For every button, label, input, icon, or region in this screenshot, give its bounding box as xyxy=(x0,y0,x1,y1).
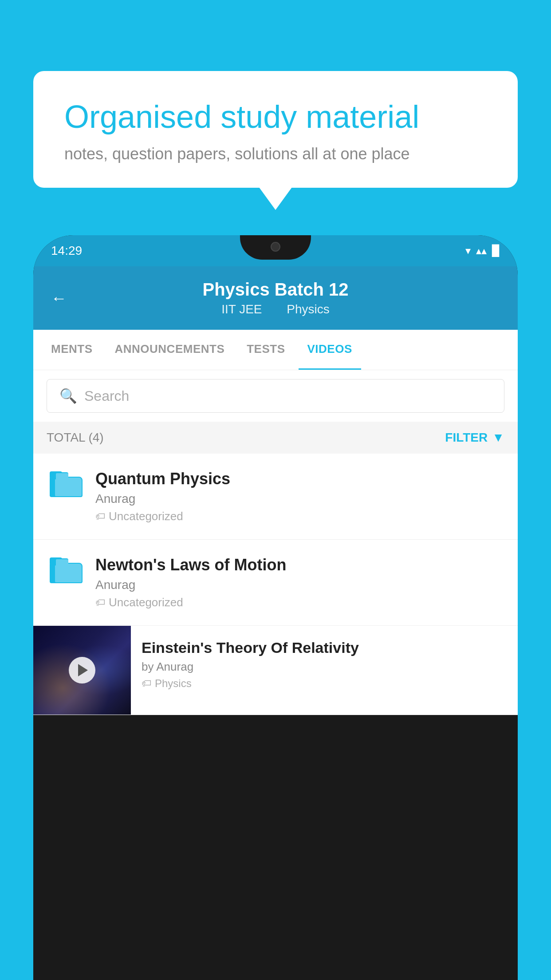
tag-icon: 🏷 xyxy=(142,678,151,689)
item-author: Anurag xyxy=(95,578,504,592)
folder-icon-wrap xyxy=(47,557,82,583)
play-icon xyxy=(78,664,88,676)
video-tag: 🏷 Physics xyxy=(142,677,507,690)
search-bar[interactable]: 🔍 Search xyxy=(47,379,504,413)
tab-ments[interactable]: MENTS xyxy=(42,330,102,370)
signal-icon: ▴▴ xyxy=(476,245,487,257)
hero-card: Organised study material notes, question… xyxy=(33,71,518,188)
list-item-video[interactable]: Einstein's Theory Of Relativity by Anura… xyxy=(33,626,518,715)
subtitle-physics: Physics xyxy=(287,302,329,316)
notch xyxy=(240,235,311,260)
list-item[interactable]: Quantum Physics Anurag 🏷 Uncategorized xyxy=(33,454,518,540)
folder-front xyxy=(54,477,83,497)
hero-subtitle: notes, question papers, solutions all at… xyxy=(64,145,487,163)
filter-label: FILTER xyxy=(445,431,488,445)
folder-icon xyxy=(50,557,79,583)
header-subtitle: IIT JEE Physics xyxy=(51,302,500,316)
tag-label: Uncategorized xyxy=(109,596,183,609)
search-container: 🔍 Search xyxy=(33,370,518,422)
item-title: Newton's Laws of Motion xyxy=(95,556,504,574)
battery-icon: ▉ xyxy=(492,245,500,257)
filter-bar: TOTAL (4) FILTER ▼ xyxy=(33,422,518,454)
subtitle-iit: IIT JEE xyxy=(221,302,262,316)
tag-label: Uncategorized xyxy=(109,510,183,523)
folder-icon-wrap xyxy=(47,471,82,497)
status-icons: ▾ ▴▴ ▉ xyxy=(465,245,500,257)
tag-icon: 🏷 xyxy=(95,511,105,522)
tab-bar: MENTS ANNOUNCEMENTS TESTS VIDEOS xyxy=(33,330,518,370)
play-button[interactable] xyxy=(69,657,95,684)
search-icon: 🔍 xyxy=(59,387,77,404)
wifi-icon: ▾ xyxy=(465,245,471,257)
folder-front xyxy=(54,563,83,583)
header-title: Physics Batch 12 xyxy=(51,280,500,300)
hero-title: Organised study material xyxy=(64,98,487,136)
app-header: ← Physics Batch 12 IIT JEE Physics xyxy=(33,266,518,330)
item-tag: 🏷 Uncategorized xyxy=(95,510,504,523)
item-content: Quantum Physics Anurag 🏷 Uncategorized xyxy=(95,470,504,523)
total-label: TOTAL (4) xyxy=(47,431,104,445)
tab-videos[interactable]: VIDEOS xyxy=(299,330,361,370)
tab-tests[interactable]: TESTS xyxy=(238,330,294,370)
camera xyxy=(271,242,280,252)
video-author: by Anurag xyxy=(142,660,507,674)
item-author: Anurag xyxy=(95,492,504,506)
item-tag: 🏷 Uncategorized xyxy=(95,596,504,609)
video-thumbnail xyxy=(33,626,131,715)
folder-icon xyxy=(50,471,79,497)
tag-icon: 🏷 xyxy=(95,597,105,609)
item-content: Newton's Laws of Motion Anurag 🏷 Uncateg… xyxy=(95,556,504,609)
filter-button[interactable]: FILTER ▼ xyxy=(445,431,504,445)
video-content: Einstein's Theory Of Relativity by Anura… xyxy=(131,626,518,703)
video-title: Einstein's Theory Of Relativity xyxy=(142,639,507,656)
video-list: Quantum Physics Anurag 🏷 Uncategorized N… xyxy=(33,454,518,715)
tab-announcements[interactable]: ANNOUNCEMENTS xyxy=(106,330,234,370)
item-title: Quantum Physics xyxy=(95,470,504,488)
back-button[interactable]: ← xyxy=(51,289,67,308)
phone-frame: 14:29 ▾ ▴▴ ▉ ← Physics Batch 12 IIT JEE … xyxy=(33,235,518,980)
search-placeholder: Search xyxy=(84,388,129,404)
status-time: 14:29 xyxy=(51,244,82,258)
tag-label: Physics xyxy=(155,677,192,690)
status-bar: 14:29 ▾ ▴▴ ▉ xyxy=(33,235,518,266)
filter-icon: ▼ xyxy=(492,431,504,445)
list-item[interactable]: Newton's Laws of Motion Anurag 🏷 Uncateg… xyxy=(33,540,518,626)
